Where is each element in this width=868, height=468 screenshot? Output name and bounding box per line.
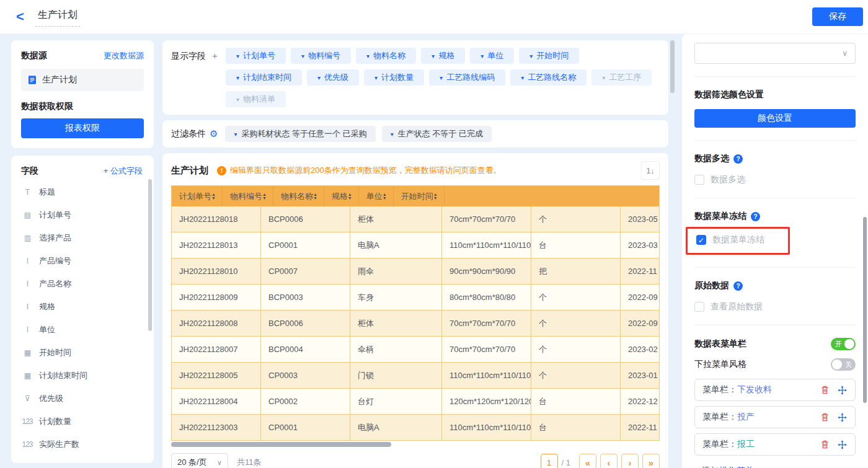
move-icon[interactable] xyxy=(836,439,848,450)
raw-data-checkbox[interactable] xyxy=(694,302,704,312)
display-field-chip[interactable]: 优先级 xyxy=(307,69,359,86)
toggle-off-label: 关 xyxy=(845,360,852,369)
display-field-chip[interactable]: 单位 xyxy=(470,48,514,64)
field-label: 单位 xyxy=(39,324,55,335)
display-field-chip[interactable]: 物料名称 xyxy=(356,48,416,64)
field-item[interactable]: I 产品名称 xyxy=(21,272,148,295)
table-row[interactable]: JH20221128007 BCP0004 伞柄 70cm*70cm*70/70… xyxy=(172,337,659,363)
menu-item-row[interactable]: 菜单栏： 投产 xyxy=(694,406,856,428)
gear-icon[interactable]: ⚙ xyxy=(210,128,218,139)
menu-item-row[interactable]: 菜单栏： 报工 xyxy=(694,433,856,456)
cell-start-time: 2023-02 xyxy=(621,337,660,362)
display-field-chip[interactable]: 工艺路线名称 xyxy=(510,69,587,86)
column-header[interactable]: 计划单号 ▲▼ xyxy=(172,186,223,206)
display-field-chip[interactable]: 物料编号 xyxy=(291,48,351,64)
table-row[interactable]: JH20221128005 CP0003 门锁 110cm*110cm*110/… xyxy=(172,363,659,389)
back-icon[interactable]: < xyxy=(16,10,24,24)
sort-order-button[interactable]: 1↓ xyxy=(641,161,660,180)
table-row[interactable]: JH20221123003 CP0001 电脑A 110cm*110cm*110… xyxy=(172,415,659,441)
table-row[interactable]: JH20221128013 CP0001 电脑A 110cm*110cm*110… xyxy=(172,232,659,258)
current-page-input[interactable]: 1 xyxy=(541,454,558,468)
filter-condition-chip[interactable]: 生产状态 不等于 已完成 xyxy=(382,126,492,142)
column-sort-icon[interactable]: ▲▼ xyxy=(262,193,267,200)
cell-spec: 90cm*90cm*90/90 xyxy=(442,258,531,284)
delete-icon[interactable] xyxy=(819,412,830,423)
field-item[interactable]: I 产品编号 xyxy=(21,249,148,272)
field-item[interactable]: ⊽ 优先级 xyxy=(21,387,148,410)
display-field-chip[interactable]: 计划数量 xyxy=(364,69,424,86)
save-button[interactable]: 保存 xyxy=(812,7,863,26)
field-item[interactable]: ▦ 计划结束时间 xyxy=(21,364,148,387)
display-field-chip[interactable]: 计划结束时间 xyxy=(226,69,302,86)
next-page-button[interactable]: › xyxy=(621,454,639,468)
help-icon[interactable]: ? xyxy=(751,212,760,221)
display-field-chip[interactable]: 工艺路线编码 xyxy=(429,69,505,86)
move-icon[interactable] xyxy=(836,412,848,423)
display-field-chip[interactable]: 计划单号 xyxy=(226,48,286,64)
main-column-scrollbar[interactable] xyxy=(670,40,675,93)
help-icon[interactable]: ? xyxy=(733,281,743,291)
delete-icon[interactable] xyxy=(819,439,830,450)
menubar-toggle[interactable]: 开 xyxy=(831,338,856,350)
field-item[interactable]: ▤ 计划单号 xyxy=(21,203,148,226)
field-item[interactable]: 123 实际生产数 xyxy=(21,433,148,456)
formula-field-link[interactable]: + 公式字段 xyxy=(104,166,143,177)
field-item[interactable]: I 单位 xyxy=(21,318,148,341)
field-item[interactable]: I 规格 xyxy=(21,295,148,318)
prev-page-button[interactable]: ‹ xyxy=(600,454,618,468)
help-icon[interactable]: ? xyxy=(733,154,743,164)
delete-icon[interactable] xyxy=(819,384,830,395)
column-header[interactable]: 单位 ▲▼ xyxy=(359,186,394,206)
multi-select-checkbox[interactable] xyxy=(694,175,704,185)
column-header[interactable]: 物料名称 ▲▼ xyxy=(273,186,324,206)
toggle-on-label: 开 xyxy=(835,340,842,349)
field-item[interactable]: 123 计划数量 xyxy=(21,410,148,433)
menu-item-row[interactable]: 菜单栏： 下发收料 xyxy=(694,379,856,401)
add-display-field-icon[interactable]: + xyxy=(212,50,218,61)
page-size-select[interactable]: 20 条/页 ∨ xyxy=(171,453,228,468)
column-header[interactable]: 开始时间 ▲▼ xyxy=(394,186,445,206)
last-page-button[interactable]: » xyxy=(642,454,660,468)
column-sort-icon[interactable]: ▲▼ xyxy=(348,193,352,200)
column-sort-icon[interactable]: ▲▼ xyxy=(383,193,387,200)
table-row[interactable]: JH20221128010 CP0007 雨伞 90cm*90cm*90/90 … xyxy=(172,258,659,285)
table-row[interactable]: JH20221128004 CP0002 台灯 120cm*120cm*120/… xyxy=(172,389,659,415)
column-sort-icon[interactable]: ▲▼ xyxy=(313,193,317,200)
change-datasource-link[interactable]: 更改数据源 xyxy=(104,50,144,61)
field-item[interactable]: ▥ 选择产品 xyxy=(21,226,148,249)
display-field-chip[interactable]: 工艺工序 xyxy=(591,69,652,86)
menu-item-prefix: 菜单栏： xyxy=(702,412,737,423)
move-icon[interactable] xyxy=(836,384,848,395)
first-page-button[interactable]: « xyxy=(579,454,596,468)
field-item[interactable]: 123 剩余生产数 xyxy=(21,456,148,463)
window-scrollbar[interactable] xyxy=(863,217,867,403)
sidebar-scrollbar[interactable] xyxy=(148,179,152,331)
cell-start-time: 2022-11 xyxy=(621,258,660,284)
field-item[interactable]: ▦ 开始时间 xyxy=(21,341,148,364)
column-sort-icon[interactable]: ▲▼ xyxy=(433,193,438,200)
menu-item-name: 报工 xyxy=(737,439,755,450)
column-sort-icon[interactable]: ▲▼ xyxy=(211,193,216,200)
table-row[interactable]: JH20221128009 BCP0003 车身 80cm*80cm*80/80… xyxy=(172,285,659,311)
field-item[interactable]: T 标题 xyxy=(21,180,148,203)
settings-select[interactable]: ∨ xyxy=(694,43,856,64)
display-field-chip[interactable]: 开始时间 xyxy=(519,48,579,64)
report-permission-button[interactable]: 报表权限 xyxy=(21,118,144,138)
add-action-menu-link[interactable]: + 添加操作菜单 xyxy=(694,466,856,468)
table-row[interactable]: JH20221128018 BCP0006 柜体 70cm*70cm*70/70… xyxy=(172,206,659,232)
field-label: 计划结束时间 xyxy=(39,370,87,381)
filter-condition-chip[interactable]: 采购耗材状态 等于任意一个 已采购 xyxy=(225,126,375,142)
color-settings-button[interactable]: 颜色设置 xyxy=(694,109,856,128)
table-row[interactable]: JH20221128008 BCP0006 柜体 70cm*70cm*70/70… xyxy=(172,311,659,337)
cell-spec: 110cm*110cm*110/110 xyxy=(442,415,531,440)
display-field-chip[interactable]: 规格 xyxy=(421,48,465,64)
divider xyxy=(694,140,856,141)
dropdown-style-toggle[interactable]: 关 xyxy=(831,358,856,371)
display-field-chip[interactable]: 物料清单 xyxy=(226,91,286,107)
cell-start-time: 2023-03 xyxy=(621,232,660,258)
table-horizontal-scrollbar[interactable] xyxy=(171,442,660,447)
datasource-item[interactable]: 生产计划 xyxy=(21,69,144,91)
column-header[interactable]: 物料编号 ▲▼ xyxy=(223,186,273,206)
column-header[interactable]: 规格 ▲▼ xyxy=(324,186,359,206)
menu-freeze-checkbox[interactable] xyxy=(696,235,706,245)
